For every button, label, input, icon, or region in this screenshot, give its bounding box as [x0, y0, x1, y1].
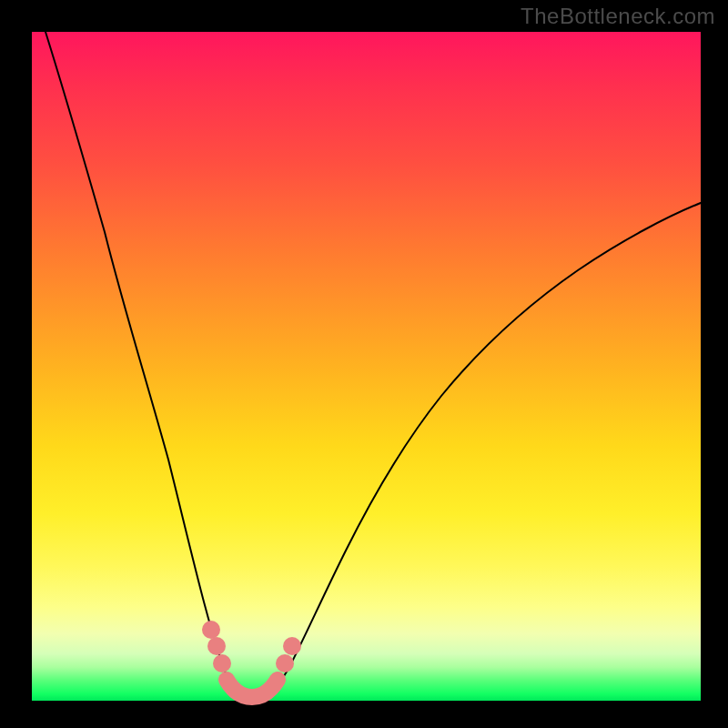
marker-dot — [202, 621, 220, 639]
marker-dot — [213, 654, 231, 672]
marker-dot — [276, 654, 294, 672]
marker-dot — [207, 637, 226, 655]
plot-area — [32, 32, 701, 701]
marker-band — [227, 680, 278, 697]
chart-frame: TheBottleneck.com — [0, 0, 728, 728]
watermark-text: TheBottleneck.com — [521, 4, 715, 29]
bottleneck-curve — [32, 32, 701, 701]
marker-dot — [283, 637, 301, 655]
curve-path — [46, 32, 701, 697]
